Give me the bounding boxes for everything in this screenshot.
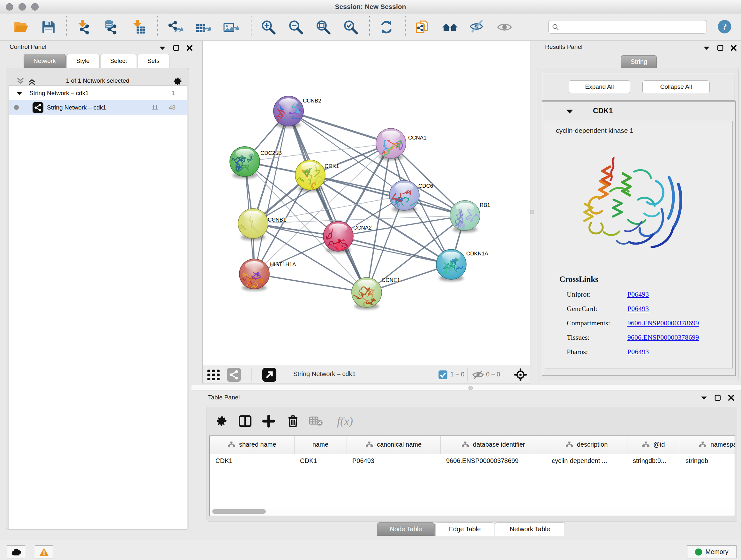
zoom-selected-button[interactable] — [341, 17, 360, 37]
memory-button[interactable]: Memory — [687, 545, 737, 558]
tab-string[interactable]: String — [621, 55, 657, 68]
column-header-database-identifier[interactable]: database identifier — [441, 436, 546, 454]
column-header-description[interactable]: description — [546, 436, 627, 454]
edge-HIST1H1A-CCNE1[interactable] — [254, 274, 367, 293]
search-box[interactable] — [548, 20, 707, 34]
table-row[interactable]: CDK1CDK1P064939606.ENSP00000378699cyclin… — [210, 454, 735, 468]
edge-CCNB2-CCNA1[interactable] — [288, 111, 391, 143]
import-table-button[interactable] — [129, 17, 148, 37]
table-cell[interactable]: stringdb — [680, 454, 735, 468]
node-CDC6[interactable]: CDC6 — [389, 180, 433, 212]
copy-network-button[interactable] — [413, 17, 432, 37]
edge-CCNA1-HIST1H1A[interactable] — [254, 143, 391, 274]
refresh-button[interactable] — [377, 17, 396, 37]
expand-all-button[interactable]: Expand All — [569, 80, 630, 93]
node-HIST1H1A[interactable]: HIST1H1A — [239, 259, 296, 292]
table-cell[interactable]: cyclin-dependent ... — [546, 454, 627, 468]
table-cell[interactable]: P06493 — [347, 454, 441, 468]
panel-float-icon[interactable] — [700, 395, 708, 400]
show-all-button[interactable] — [495, 17, 514, 37]
network-canvas[interactable]: CCNB2CCNA1CDC25BCDK1CDC6RB1CCNB1CCNA2CDK… — [203, 41, 530, 366]
crosslink-link[interactable]: P06493 — [627, 348, 649, 356]
scrollbar-thumb[interactable] — [212, 509, 266, 514]
import-network-button[interactable] — [74, 17, 93, 37]
open-button[interactable] — [11, 17, 30, 37]
export-table-button[interactable] — [193, 17, 212, 37]
tab-network-table[interactable]: Network Table — [495, 522, 565, 536]
delete-column-trash-icon[interactable] — [285, 414, 300, 429]
split-columns-icon[interactable] — [238, 414, 253, 429]
toolbar-separator — [66, 16, 67, 37]
node-CCNE1[interactable]: CCNE1 — [352, 277, 400, 309]
crosslink-link[interactable]: P06493 — [627, 305, 649, 313]
grid-view-icon[interactable] — [206, 368, 221, 381]
column-header-shared-name[interactable]: shared name — [210, 436, 294, 454]
network-share-icon[interactable] — [227, 368, 241, 382]
export-image-button[interactable] — [221, 17, 240, 37]
panel-float-icon[interactable] — [159, 46, 166, 50]
node-CCNB2[interactable]: CCNB2 — [273, 96, 321, 129]
tab-edge-table[interactable]: Edge Table — [435, 522, 494, 536]
panel-close-icon[interactable] — [728, 395, 734, 401]
horizontal-splitter-handle[interactable] — [468, 386, 473, 390]
zoom-out-button[interactable] — [286, 17, 306, 37]
toolbar-separator — [369, 16, 370, 37]
warnings-status-button[interactable] — [35, 545, 53, 558]
selected-checkbox-icon[interactable] — [438, 370, 448, 380]
crosslink-link[interactable]: 9606.ENSP00000378699 — [627, 333, 699, 341]
node-table[interactable]: shared namenamecanonical namedatabase id… — [209, 435, 735, 516]
open-in-window-icon[interactable] — [262, 368, 276, 382]
network-edge-count: 48 — [169, 104, 176, 111]
panel-close-icon[interactable] — [186, 45, 193, 51]
section-collapse-icon[interactable] — [565, 109, 574, 114]
help-button[interactable]: ? — [718, 19, 732, 34]
crosslink-link[interactable]: P06493 — [627, 290, 649, 299]
table-cell[interactable]: CDK1 — [294, 454, 347, 468]
panel-float-icon[interactable] — [703, 46, 710, 50]
birds-eye-view-icon[interactable] — [514, 368, 527, 381]
control-tab-style[interactable]: Style — [66, 54, 99, 68]
zoom-fit-button[interactable] — [314, 17, 333, 37]
node-CCNA1[interactable]: CCNA1 — [376, 128, 427, 163]
tab-node-table[interactable]: Node Table — [377, 522, 434, 536]
network-collection-row[interactable]: String Network – cdk1 1 — [9, 86, 187, 100]
column-header-namespace[interactable]: namespace — [680, 436, 735, 454]
save-button[interactable] — [39, 17, 58, 37]
network-options-gear-icon[interactable] — [172, 76, 183, 87]
first-neighbors-button[interactable] — [441, 17, 460, 37]
control-tab-sets[interactable]: Sets — [138, 54, 170, 68]
result-section-header[interactable]: CDK1 — [542, 102, 735, 121]
panel-maximize-icon[interactable] — [715, 395, 721, 401]
panel-maximize-icon[interactable] — [717, 45, 724, 51]
table-cell[interactable]: 9606.ENSP00000378699 — [441, 454, 546, 468]
cloud-status-button[interactable] — [7, 545, 25, 558]
table-options-gear-icon[interactable] — [214, 414, 229, 429]
node-CDKN1A[interactable]: CDKN1A — [436, 249, 488, 281]
column-header-name[interactable]: name — [294, 436, 347, 454]
table-horizontal-scrollbar[interactable] — [210, 508, 735, 515]
import-network-from-database-button[interactable] — [102, 17, 121, 37]
search-input[interactable] — [562, 21, 704, 33]
zoom-in-button[interactable] — [259, 17, 278, 37]
collection-expand-icon[interactable] — [16, 91, 23, 96]
control-tab-network[interactable]: Network — [23, 54, 66, 68]
table-cell[interactable]: stringdb:9... — [627, 454, 680, 468]
column-header-canonical-name[interactable]: canonical name — [347, 436, 441, 454]
add-column-icon[interactable] — [261, 414, 276, 429]
network-row[interactable]: String Network – cdk1 11 48 — [9, 100, 187, 115]
edge-CCNB2-CCNE1[interactable] — [288, 111, 367, 293]
crosslink-link[interactable]: 9606.ENSP00000378699 — [627, 319, 699, 327]
export-network-button[interactable] — [165, 17, 185, 37]
edge-CDK1-RB1[interactable] — [310, 175, 465, 215]
column-header--id[interactable]: @id — [627, 436, 680, 454]
node-CCNB1[interactable]: CCNB1 — [237, 208, 286, 240]
open-icon — [12, 19, 29, 36]
hide-selected-button[interactable] — [468, 17, 487, 37]
horizontal-splitter[interactable] — [192, 385, 741, 391]
collapse-all-button[interactable]: Collapse All — [643, 80, 710, 93]
panel-close-icon[interactable] — [731, 45, 737, 51]
panel-maximize-icon[interactable] — [173, 45, 179, 51]
control-tab-select[interactable]: Select — [100, 54, 137, 68]
table-cell[interactable]: CDK1 — [210, 454, 294, 468]
vertical-splitter-handle[interactable] — [530, 210, 534, 214]
